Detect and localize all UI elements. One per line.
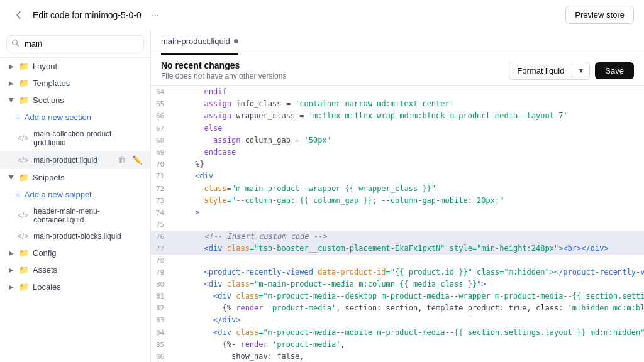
line-number: 86 — [151, 351, 172, 362]
search-input[interactable] — [6, 35, 144, 52]
table-row: 65 assign info_class = 'container-narrow… — [151, 98, 644, 110]
chevron-right-icon: ▶ — [9, 283, 14, 290]
sidebar-item-snippets[interactable]: ▶ 📁 Snippets — [0, 169, 150, 186]
file-tab-main-product[interactable]: main-product.liquid — [161, 30, 238, 55]
line-number: 69 — [151, 146, 172, 158]
line-content: > — [172, 207, 644, 219]
sidebar-item-main-collection[interactable]: </> main-collection-product-grid.liquid — [0, 126, 150, 151]
chevron-right-icon: ▶ — [9, 80, 14, 87]
line-number: 74 — [151, 207, 172, 219]
add-new-snippet-button[interactable]: + Add a new snippet — [0, 186, 150, 203]
topbar-left: Edit code for minimog-5-0-0 ··· — [10, 6, 164, 24]
folder-icon: 📁 — [19, 96, 29, 105]
chevron-right-icon: ▶ — [9, 63, 14, 70]
line-content: <div — [172, 170, 644, 182]
table-row: 74 > — [151, 207, 644, 219]
line-number: 66 — [151, 110, 172, 122]
line-number: 73 — [151, 195, 172, 207]
sidebar-item-label: Snippets — [33, 173, 144, 182]
line-number: 76 — [151, 231, 172, 243]
table-row: 72 class="m-main-product--wrapper {{ wra… — [151, 183, 644, 195]
table-row: 76 <!-- Insert custom code --> — [151, 231, 644, 243]
toolbar-right: Format liquid ▼ Save — [509, 62, 634, 80]
line-content: style="--column-gap: {{ column_gap }}; -… — [172, 195, 644, 207]
folder-icon: 📁 — [19, 265, 29, 275]
line-number: 84 — [151, 327, 172, 339]
line-content: endcase — [172, 146, 644, 158]
line-number: 85 — [151, 339, 172, 351]
format-dropdown-button[interactable]: ▼ — [572, 63, 589, 78]
preview-store-button[interactable]: Preview store — [565, 6, 634, 24]
search-icon — [11, 39, 19, 49]
code-editor[interactable]: 64 endif65 assign info_class = 'containe… — [151, 86, 644, 362]
line-content: assign wrapper_class = 'm:flex m:flex-wr… — [172, 110, 644, 122]
file-code-icon: </> — [18, 156, 28, 165]
format-liquid-button[interactable]: Format liquid — [509, 62, 572, 79]
line-number: 81 — [151, 290, 172, 302]
file-label: main-product.liquid — [33, 156, 112, 165]
no-versions-subtitle: File does not have any other versions — [161, 72, 286, 80]
sidebar-item-main-product[interactable]: </> main-product.liquid 🗑 ✏️ — [0, 151, 150, 169]
line-number: 79 — [151, 266, 172, 278]
editor-info: No recent changes File does not have any… — [161, 60, 286, 80]
editor-toolbar: No recent changes File does not have any… — [151, 55, 644, 86]
sidebar-item-main-product-blocks[interactable]: </> main-product-blocks.liquid — [0, 228, 150, 244]
line-content: class="m-main-product--wrapper {{ wrappe… — [172, 183, 644, 195]
table-row: 85 {%- render 'product-media', — [151, 339, 644, 351]
file-label: header-main-menu-container.liquid — [33, 207, 144, 224]
sidebar-search-area — [0, 30, 150, 58]
line-number: 68 — [151, 134, 172, 146]
sidebar-item-templates[interactable]: ▶ 📁 Templates — [0, 75, 150, 92]
tab-filename: main-product.liquid — [161, 36, 230, 46]
line-number: 80 — [151, 278, 172, 290]
chevron-right-icon: ▶ — [9, 250, 14, 256]
line-content: <product-recently-viewed data-product-id… — [172, 266, 644, 278]
line-number: 77 — [151, 243, 172, 255]
save-button[interactable]: Save — [595, 62, 634, 79]
more-options-button[interactable]: ··· — [147, 6, 164, 24]
line-content: <!-- Insert custom code --> — [172, 231, 644, 243]
table-row: 68 assign column_gap = '50px' — [151, 134, 644, 146]
sidebar-item-label: Templates — [33, 79, 144, 88]
table-row: 80 <div class="m-main-product--media m:c… — [151, 278, 644, 290]
page-title: Edit code for minimog-5-0-0 — [33, 10, 142, 20]
line-content: {%- render 'product-media', — [172, 339, 644, 351]
table-row: 70 %} — [151, 158, 644, 170]
line-content: </div> — [172, 314, 644, 326]
sidebar-item-config[interactable]: ▶ 📁 Config — [0, 244, 150, 261]
sidebar-item-layout[interactable]: ▶ 📁 Layout — [0, 58, 150, 75]
folder-icon: 📁 — [19, 62, 29, 71]
line-number: 71 — [151, 170, 172, 182]
table-row: 64 endif — [151, 86, 644, 98]
line-number: 64 — [151, 86, 172, 98]
code-lines-table: 64 endif65 assign info_class = 'containe… — [151, 86, 644, 362]
table-row: 69 endcase — [151, 146, 644, 158]
sidebar-item-header-main[interactable]: </> header-main-menu-container.liquid — [0, 203, 150, 228]
sidebar-item-sections[interactable]: ▶ 📁 Sections — [0, 92, 150, 109]
file-code-icon: </> — [18, 134, 28, 143]
sidebar-item-label: Config — [33, 248, 144, 258]
sidebar-item-label: Assets — [33, 265, 144, 275]
table-row: 71 <div — [151, 170, 644, 182]
line-content — [172, 255, 644, 266]
folder-icon: 📁 — [19, 248, 29, 258]
back-button[interactable] — [10, 6, 28, 24]
editor-area: main-product.liquid No recent changes Fi… — [151, 30, 644, 362]
add-new-section-button[interactable]: + Add a new section — [0, 109, 150, 126]
sidebar-item-label: Sections — [33, 96, 144, 105]
edit-icon[interactable]: ✏️ — [130, 155, 144, 165]
line-number: 78 — [151, 255, 172, 266]
delete-icon[interactable]: 🗑 — [116, 155, 128, 165]
sidebar-item-locales[interactable]: ▶ 📁 Locales — [0, 278, 150, 295]
main-content: ▶ 📁 Layout ▶ 📁 Templates ▶ 📁 Sections + … — [0, 30, 644, 362]
line-content: <div class="tsb-booster__custom-placemen… — [172, 243, 644, 255]
table-row: 66 assign wrapper_class = 'm:flex m:flex… — [151, 110, 644, 122]
line-number: 72 — [151, 183, 172, 195]
table-row: 84 <div class="m-product-media--mobile m… — [151, 327, 644, 339]
topbar-right: Preview store — [565, 6, 634, 24]
sidebar-item-assets[interactable]: ▶ 📁 Assets — [0, 261, 150, 278]
table-row: 78 — [151, 255, 644, 266]
line-content: assign info_class = 'container-narrow md… — [172, 98, 644, 110]
file-code-icon: </> — [18, 232, 28, 241]
sidebar-item-label: Layout — [33, 62, 144, 71]
